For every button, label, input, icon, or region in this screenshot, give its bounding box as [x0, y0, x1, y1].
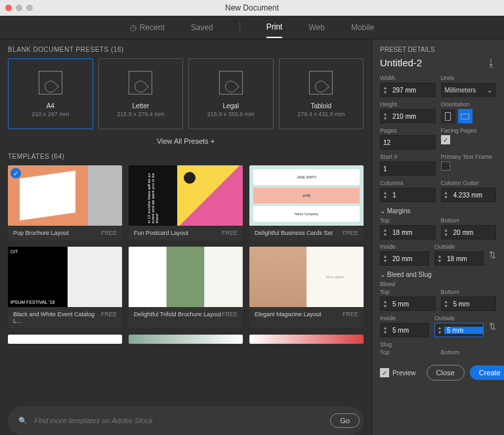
- orientation-landscape[interactable]: [458, 109, 472, 123]
- page-icon: [129, 71, 152, 94]
- margin-bottom-stepper[interactable]: ▲▼: [441, 225, 497, 239]
- page-icon: [309, 71, 333, 94]
- template-item[interactable]: [8, 335, 122, 344]
- clock-icon: ◷: [130, 23, 136, 32]
- tab-mobile[interactable]: Mobile: [351, 18, 374, 37]
- go-button[interactable]: Go: [330, 413, 360, 428]
- view-all-presets[interactable]: View All Presets +: [8, 137, 364, 145]
- tab-web[interactable]: Web: [308, 18, 324, 37]
- bleed-section[interactable]: Bleed and Slug: [380, 271, 496, 278]
- presets-header: BLANK DOCUMENT PRESETS (16): [8, 46, 364, 53]
- template-item[interactable]: Mus qliam Elegant Magazine LayoutFREE: [249, 247, 364, 328]
- orientation-portrait[interactable]: [441, 109, 455, 123]
- bleed-outside-stepper[interactable]: ▲▼: [434, 323, 484, 337]
- document-name[interactable]: Untitled-2: [380, 57, 422, 68]
- tab-divider: [240, 22, 240, 33]
- details-header: PRESET DETAILS: [380, 46, 496, 53]
- start-stepper[interactable]: [380, 161, 436, 176]
- search-bar: 🔍 Go: [8, 406, 364, 435]
- pages-stepper[interactable]: [380, 135, 436, 150]
- units-select[interactable]: Millimeters⌄: [441, 83, 497, 97]
- template-item[interactable]: ✓ Pop Brochure LayoutFREE: [8, 165, 122, 240]
- bleed-bottom-stepper[interactable]: ▲▼: [441, 297, 497, 311]
- margins-section[interactable]: Margins: [380, 207, 496, 215]
- page-icon: [219, 71, 243, 94]
- columns-stepper[interactable]: ▲▼: [380, 188, 436, 202]
- bleed-top-stepper[interactable]: ▲▼: [380, 297, 436, 311]
- preview-checkbox[interactable]: ✓Preview: [380, 368, 416, 377]
- primary-text-frame-checkbox[interactable]: [441, 161, 450, 171]
- search-input[interactable]: [34, 417, 324, 425]
- link-margins-icon[interactable]: ⇅: [489, 250, 496, 260]
- templates-grid: ✓ Pop Brochure LayoutFREE in 12 months t…: [8, 165, 364, 344]
- margin-top-stepper[interactable]: ▲▼: [380, 225, 436, 239]
- titlebar: New Document: [0, 0, 504, 16]
- preset-letter[interactable]: Letter 215.9 x 279.4 mm: [98, 58, 184, 129]
- preset-legal[interactable]: Legal 215.9 x 355.6 mm: [188, 58, 274, 129]
- template-item[interactable]: in 12 months there will be an event and …: [129, 165, 243, 240]
- link-bleed-icon[interactable]: ⇅: [489, 321, 496, 331]
- preset-tabloid[interactable]: Tabloid 279.4 x 431.8 mm: [279, 58, 364, 129]
- save-preset-icon[interactable]: ⭳: [486, 57, 496, 68]
- search-icon: 🔍: [18, 417, 28, 425]
- page-icon: [39, 71, 62, 94]
- tab-recent[interactable]: ◷ Recent: [130, 18, 165, 37]
- template-item[interactable]: CITIPSUM FESTIVAL '18 Black and White Ev…: [8, 247, 122, 328]
- close-button[interactable]: Close: [427, 365, 465, 381]
- create-button[interactable]: Create: [470, 365, 504, 380]
- window-title: New Document: [0, 3, 504, 12]
- category-tabs: ◷ Recent Saved Print Web Mobile: [0, 16, 504, 39]
- margin-outside-stepper[interactable]: ▲▼: [434, 251, 484, 266]
- preset-a4[interactable]: A4 210 x 297 mm: [8, 58, 93, 129]
- tab-print[interactable]: Print: [266, 17, 283, 38]
- template-item[interactable]: JANE SMITH JANE Name Company Delightful …: [249, 165, 364, 240]
- template-item[interactable]: [129, 335, 243, 344]
- margin-inside-stepper[interactable]: ▲▼: [380, 251, 429, 266]
- template-item[interactable]: [249, 335, 364, 344]
- facing-pages-checkbox[interactable]: ✓: [441, 135, 450, 144]
- templates-header: TEMPLATES (64): [8, 153, 364, 160]
- presets-row: A4 210 x 297 mm Letter 215.9 x 279.4 mm …: [8, 58, 364, 129]
- width-stepper[interactable]: ▲▼: [380, 83, 436, 97]
- tab-saved[interactable]: Saved: [191, 18, 213, 37]
- bleed-inside-stepper[interactable]: ▲▼: [380, 323, 429, 337]
- height-stepper[interactable]: ▲▼: [380, 109, 436, 123]
- chevron-down-icon: ⌄: [487, 87, 492, 94]
- gutter-stepper[interactable]: ▲▼: [441, 188, 497, 202]
- check-icon: ✓: [10, 168, 21, 178]
- preset-details-panel: PRESET DETAILS Untitled-2 ⭳ Width ▲▼ Uni…: [371, 39, 504, 435]
- template-item[interactable]: Delightful Trifold Brochure LayoutFREE: [129, 247, 243, 328]
